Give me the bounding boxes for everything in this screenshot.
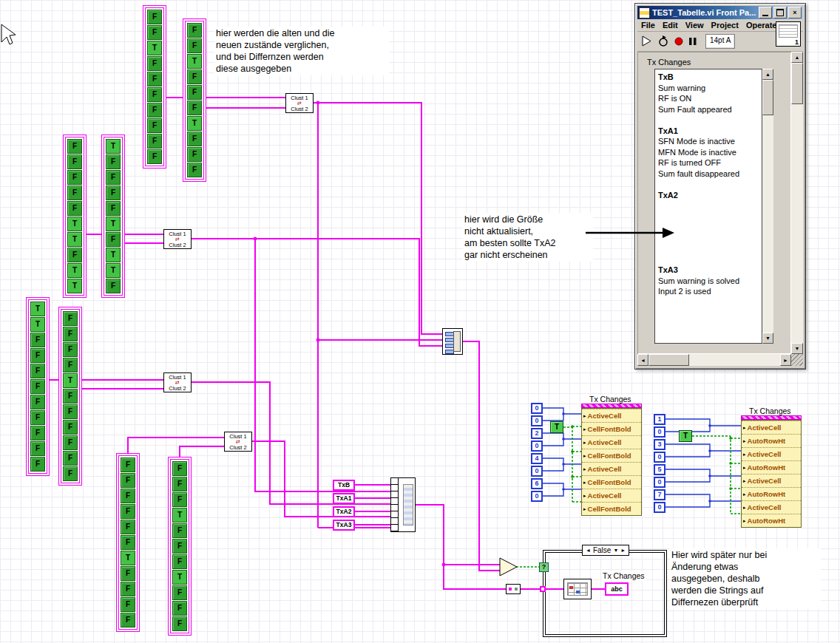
boolean-cell[interactable]: F xyxy=(172,585,187,600)
boolean-cell[interactable]: F xyxy=(172,523,187,538)
boolean-cell[interactable]: F xyxy=(63,466,78,481)
property-item[interactable]: ▸ActiveCell xyxy=(582,435,641,449)
boolean-cell[interactable]: F xyxy=(30,426,45,440)
boolean-cell[interactable]: F xyxy=(121,535,135,550)
property-item[interactable]: ▸ActiveCell xyxy=(742,447,801,460)
boolean-cell[interactable]: T xyxy=(67,279,82,293)
menu-item[interactable]: File xyxy=(637,20,659,30)
boolean-array-constant[interactable]: TFFFFTFTTF xyxy=(104,137,123,296)
boolean-cell[interactable]: F xyxy=(147,10,162,24)
numeric-constant[interactable]: 4 xyxy=(531,453,543,464)
boolean-cell[interactable]: F xyxy=(172,461,187,476)
boolean-cell[interactable]: F xyxy=(121,597,135,612)
boolean-cell[interactable]: F xyxy=(187,69,202,84)
boolean-cell[interactable]: F xyxy=(67,154,82,169)
scroll-thumb[interactable] xyxy=(791,63,803,104)
boolean-cell[interactable]: T xyxy=(106,263,121,278)
scroll-right-button[interactable]: ► xyxy=(780,354,791,366)
boolean-array-constant[interactable]: FFFTFFFTFFF xyxy=(170,459,189,633)
property-item[interactable]: ▸AutoRowHt xyxy=(742,434,801,447)
boolean-cell[interactable]: F xyxy=(67,186,82,200)
property-item[interactable]: ▸CellFontBold xyxy=(582,502,641,515)
boolean-cell[interactable]: F xyxy=(63,451,78,466)
boolean-cell[interactable]: T xyxy=(106,248,121,262)
minimize-button[interactable] xyxy=(759,7,772,18)
scroll-thumb[interactable] xyxy=(648,354,689,366)
case-dropdown-icon[interactable]: ▼ xyxy=(613,548,618,553)
boolean-cell[interactable]: F xyxy=(63,327,78,341)
boolean-cell[interactable]: F xyxy=(187,85,202,100)
boolean-cell[interactable]: T xyxy=(30,302,45,316)
numeric-constant[interactable]: 7 xyxy=(654,489,665,500)
property-node-cellfontbold[interactable]: ▸ActiveCell▸CellFontBold▸ActiveCell▸Cell… xyxy=(581,408,642,516)
build-array-node[interactable] xyxy=(390,477,416,532)
boolean-cell[interactable]: F xyxy=(121,613,135,627)
boolean-cell[interactable]: F xyxy=(121,566,135,581)
boolean-cell[interactable]: F xyxy=(172,616,187,631)
boolean-cell[interactable]: F xyxy=(30,333,45,347)
string-indicator[interactable]: abc xyxy=(605,582,629,596)
property-item[interactable]: ▸ActiveCell xyxy=(742,474,801,487)
table-scrollbar[interactable]: ▲ ▼ xyxy=(762,69,773,344)
not-equal-comparison-node[interactable] xyxy=(500,558,517,576)
abort-button[interactable] xyxy=(673,35,685,47)
boolean-cell[interactable]: F xyxy=(147,25,162,40)
numeric-constant[interactable]: 0 xyxy=(531,403,543,414)
scroll-left-button[interactable]: ◄ xyxy=(637,354,648,366)
boolean-cell[interactable]: F xyxy=(147,134,162,149)
string-function-node[interactable] xyxy=(506,584,521,594)
string-constant[interactable]: TxB xyxy=(333,480,355,491)
boolean-cell[interactable]: T xyxy=(106,139,121,154)
boolean-cell[interactable]: F xyxy=(121,504,135,519)
boolean-cell[interactable]: T xyxy=(67,263,82,278)
boolean-cell[interactable]: F xyxy=(30,410,45,425)
boolean-cell[interactable]: F xyxy=(121,520,135,534)
boolean-array-constant[interactable]: FFTFFFFFFF xyxy=(145,7,164,166)
tx-changes-table[interactable]: TxBSum warningRF is ONSum Fault appeared… xyxy=(654,69,762,344)
cluster-compare-node[interactable]: Clust 1 ⇄ Clust 2 xyxy=(163,229,192,249)
numeric-constant[interactable]: 0 xyxy=(531,440,543,452)
boolean-cell[interactable]: F xyxy=(106,186,121,200)
boolean-cell[interactable]: F xyxy=(172,601,187,616)
boolean-array-constant[interactable]: TTFFFFFFFFF xyxy=(28,299,47,474)
interleave-arrays-node[interactable] xyxy=(442,328,463,355)
boolean-cell[interactable]: F xyxy=(30,395,45,409)
boolean-cell[interactable]: T xyxy=(30,317,45,332)
boolean-cell[interactable]: F xyxy=(106,201,121,216)
cluster-compare-node[interactable]: Clust 1 ⇄ Clust 2 xyxy=(163,372,192,392)
boolean-cell[interactable]: T xyxy=(67,217,82,231)
maximize-button[interactable] xyxy=(773,7,787,18)
boolean-cell[interactable]: T xyxy=(187,116,202,131)
boolean-cell[interactable]: F xyxy=(147,118,162,133)
titlebar[interactable]: TEST_Tabelle.vi Front Pa... × xyxy=(637,6,803,19)
boolean-cell[interactable]: F xyxy=(187,101,202,115)
property-item[interactable]: ▸ActiveCell xyxy=(582,462,641,475)
property-item[interactable]: ▸ActiveCell xyxy=(742,421,801,434)
boolean-cell[interactable]: F xyxy=(106,279,121,293)
scroll-down-button[interactable]: ▼ xyxy=(791,343,803,354)
numeric-constant[interactable]: 5 xyxy=(654,464,665,475)
boolean-cell[interactable]: F xyxy=(67,201,82,216)
scroll-thumb[interactable] xyxy=(762,80,773,115)
resize-grip[interactable] xyxy=(791,354,803,366)
boolean-cell[interactable]: F xyxy=(172,539,187,554)
boolean-cell[interactable]: F xyxy=(187,147,202,162)
property-item[interactable]: ▸ActiveCell xyxy=(742,500,801,514)
menu-item[interactable]: View xyxy=(682,20,708,30)
boolean-cell[interactable]: F xyxy=(67,248,82,262)
pause-button[interactable] xyxy=(688,35,698,47)
boolean-cell[interactable]: F xyxy=(30,379,45,394)
property-item[interactable]: ▸ActiveCell xyxy=(582,409,641,422)
cluster-compare-node[interactable]: Clust 1 ⇄ Clust 2 xyxy=(224,432,252,452)
property-node-autorowht[interactable]: ▸ActiveCell▸AutoRowHt▸ActiveCell▸AutoRow… xyxy=(741,420,802,528)
boolean-cell[interactable]: F xyxy=(172,554,187,569)
boolean-cell[interactable]: F xyxy=(121,457,135,472)
property-item[interactable]: ▸AutoRowHt xyxy=(742,460,801,474)
panel-hscrollbar[interactable]: ◄ ► xyxy=(637,354,791,366)
boolean-cell[interactable]: F xyxy=(67,139,82,154)
numeric-constant[interactable]: 0 xyxy=(654,477,665,488)
boolean-cell[interactable]: T xyxy=(67,232,82,247)
string-constant[interactable]: TxA2 xyxy=(333,506,355,517)
numeric-constant[interactable]: 3 xyxy=(654,439,665,450)
font-selector[interactable]: 14pt A xyxy=(705,34,735,49)
